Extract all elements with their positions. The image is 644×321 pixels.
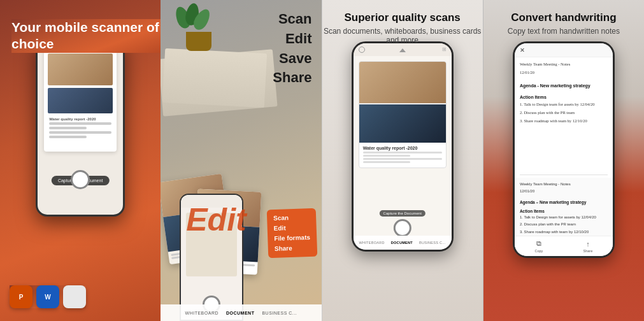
panel-features: Scan Edit Save Share Edit [161, 0, 321, 321]
phone-mockup-1: Water quality report -2020 Capture the D… [36, 38, 125, 217]
panel-quality: Superior quality scans Scan documents, w… [322, 0, 483, 321]
blank-icon [63, 285, 86, 308]
feature-card: Scan Edit File formats Share [267, 208, 317, 259]
camera-button-1[interactable] [71, 170, 90, 189]
copy-icon: ⧉ [536, 239, 541, 248]
share-action[interactable]: ↑ Share [583, 240, 593, 253]
ct-agenda: Agenda – New marketing strategy [520, 200, 608, 204]
tab-document-2[interactable]: DOCUMENT [226, 311, 254, 315]
camera-button-3[interactable] [394, 219, 411, 237]
feature-card-formats: File formats [274, 232, 310, 244]
close-icon-3 [359, 46, 365, 53]
btab-whiteboard-3[interactable]: WHITEBOARD [359, 241, 384, 245]
powerpoint-icon: P [10, 285, 32, 308]
hw-title: Weekly Team Meeting - Notes [520, 61, 608, 67]
panel-4-title: Convert handwriting [483, 11, 644, 24]
plant-decoration [173, 0, 224, 51]
copy-action[interactable]: ⧉ Copy [534, 239, 543, 253]
hw-action-label: Action Items [520, 95, 608, 99]
panel-handwriting: Convert handwriting Copy text from handw… [483, 0, 644, 321]
handwriting-section: Weekly Team Meeting - Notes 12/01/20 Age… [515, 57, 613, 172]
feature-menu: Scan Edit Save Share [273, 10, 311, 88]
capture-area-3: Capture the Document [379, 210, 425, 237]
ct-action-label: Action Items [520, 209, 608, 213]
panel-1-tagline: Your mobile scanner of choice [11, 19, 161, 53]
chevron-up-icon [399, 48, 406, 52]
phone-action-bar-4: ⧉ Copy ↑ Share [515, 236, 613, 256]
hw-date: 12/01/20 [520, 69, 608, 75]
tab-whiteboard-2[interactable]: WHITEBOARD [185, 311, 218, 315]
close-icon-4: ✕ [520, 47, 525, 54]
ct-title: Weekly Team Meeting - Notes [520, 182, 608, 187]
scan-preview: Water quality report -2020 [359, 61, 447, 168]
share-label: Share [583, 249, 593, 253]
panel-3-title: Superior quality scans [322, 11, 483, 24]
menu-scan: Scan [273, 10, 311, 29]
scan-image-top [359, 62, 446, 103]
menu-edit: Edit [273, 29, 311, 49]
btab-business-3[interactable]: BUSINESS C... [419, 241, 446, 245]
ct-date: 12/01/20 [520, 189, 608, 194]
app-icons-row: P W [10, 285, 86, 308]
doc-image-top [48, 54, 113, 85]
hw-action-3: 3. Share roadmap with team by 12/10/20 [520, 118, 608, 124]
share-icon: ↑ [586, 240, 590, 248]
shield-icon-3: ⊞ [442, 46, 447, 52]
hw-action-2: 2. Discuss plan with the PR team [520, 110, 608, 115]
hw-agenda-label: Agenda - New marketing strategy [520, 83, 608, 88]
panel-4-header: Convert handwriting Copy text from handw… [483, 11, 644, 36]
menu-save: Save [273, 49, 311, 69]
feature-card-share: Share [274, 243, 310, 254]
converted-section: Weekly Team Meeting - Notes 12/01/20 Age… [515, 178, 613, 240]
menu-share: Share [273, 68, 311, 88]
hw-action-1: 1. Talk to Design team for assets by 12/… [520, 101, 608, 107]
phone-bottom-tabs-3: WHITEBOARD DOCUMENT BUSINESS C... [354, 236, 452, 250]
bottom-tabs-2: WHITEBOARD DOCUMENT BUSINESS C... [161, 304, 321, 321]
ct-action-3: 3. Share roadmap with team by 12/10/20 [520, 229, 608, 234]
scan-doc-title: Water quality report -2020 [363, 146, 442, 150]
phone-mockup-4: ✕ Weekly Team Meeting - Notes 12/01/20 A… [513, 41, 615, 258]
edit-watermark: Edit [186, 201, 246, 238]
panel-3-header: Superior quality scans Scan documents, w… [322, 11, 483, 45]
doc-title: Water quality report -2020 [49, 117, 111, 121]
phone-mockup-3: ⊞ Water quality report -2020 [352, 41, 454, 252]
panel-4-subtitle: Copy text from handwritten notes [483, 27, 644, 36]
notes-top-bar: ✕ [515, 43, 613, 57]
panel-scanner: Your mobile scanner of choice Water qual… [0, 0, 161, 321]
ct-action-1: 1. Talk to Design team for assets by 12/… [520, 215, 608, 220]
scan-image-mid [359, 104, 446, 143]
btab-document-3[interactable]: DOCUMENT [391, 241, 413, 245]
capture-label-3: Capture the Document [379, 210, 425, 217]
word-icon: W [36, 285, 59, 308]
doc-image-mid [48, 88, 113, 113]
copy-label: Copy [534, 249, 543, 253]
feature-card-edit: Edit [273, 222, 310, 234]
tab-business-2[interactable]: BUSINESS C... [262, 311, 297, 315]
panel-3-subtitle: Scan documents, whiteboards, business ca… [322, 27, 483, 45]
ct-action-2: 2. Discuss plan with the PR team [520, 222, 608, 227]
